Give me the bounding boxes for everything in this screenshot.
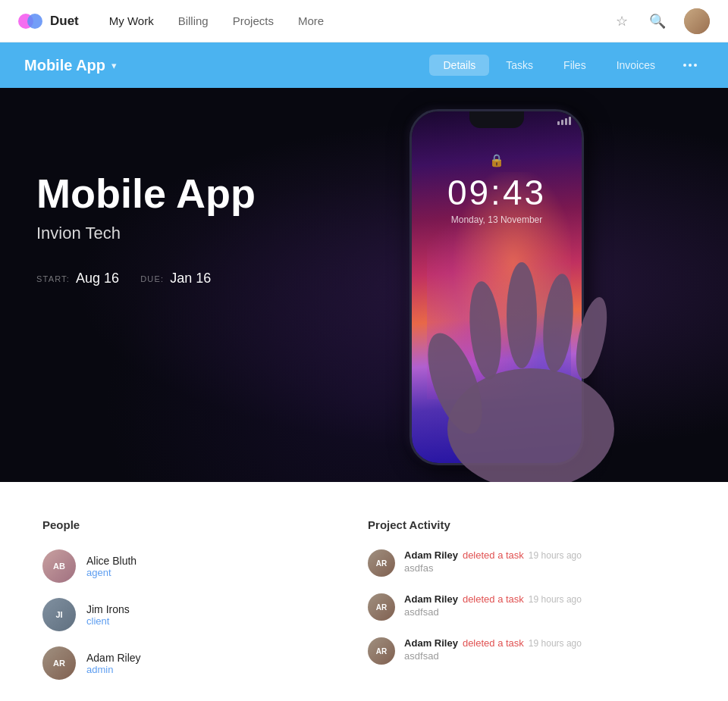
svg-point-5: [570, 295, 613, 382]
phone-time: 09:43: [447, 172, 546, 213]
project-tabs: Details Tasks Files Invoices: [429, 55, 704, 76]
user-avatar[interactable]: [684, 8, 710, 34]
nav-link-more[interactable]: More: [298, 14, 324, 27]
hand-illustration: [410, 217, 652, 482]
activity-list: AR Adam Riley deleted a task 19 hours ag…: [368, 549, 686, 665]
person-role: admin: [86, 664, 141, 675]
hero-content: Mobile App Invion Tech START: Aug 16 DUE…: [36, 171, 256, 286]
start-date-group: START: Aug 16: [36, 271, 119, 286]
activity-avatar-3: AR: [368, 637, 395, 665]
activity-desc: asdfsad: [404, 650, 582, 662]
nav-link-mywork[interactable]: My Work: [109, 14, 154, 27]
people-section-title: People: [42, 518, 307, 531]
nav-link-projects[interactable]: Projects: [233, 14, 274, 27]
activity-body-2: Adam Riley deleted a task 19 hours ago a…: [404, 593, 582, 618]
more-options-button[interactable]: [676, 55, 704, 76]
person-role: agent: [86, 567, 136, 578]
svg-point-4: [539, 273, 576, 374]
phone-lock-icon: 🔒: [489, 153, 504, 167]
person-name: Adam Riley: [86, 652, 141, 664]
hero-client-name: Invion Tech: [36, 224, 256, 243]
activity-section: Project Activity AR Adam Riley deleted a…: [368, 518, 686, 680]
tab-details[interactable]: Details: [429, 55, 489, 76]
nav-link-billing[interactable]: Billing: [178, 14, 209, 27]
person-avatar-alice: AB: [42, 549, 76, 583]
activity-item: AR Adam Riley deleted a task 19 hours ag…: [368, 637, 686, 665]
due-date-group: DUE: Jan 16: [140, 271, 211, 286]
activity-user-name: Adam Riley: [404, 593, 458, 605]
people-section: People AB Alice Bluth agent JI Jim Irons…: [42, 518, 307, 680]
svg-point-3: [507, 262, 537, 368]
person-avatar-adam: AR: [42, 646, 76, 680]
activity-section-title: Project Activity: [368, 518, 686, 531]
activity-time: 19 hours ago: [529, 638, 582, 649]
activity-action: deleted a task: [463, 593, 524, 605]
search-button[interactable]: 🔍: [646, 10, 669, 33]
activity-body-3: Adam Riley deleted a task 19 hours ago a…: [404, 637, 582, 662]
nav-links: My Work Billing Projects More: [109, 14, 613, 27]
activity-action: deleted a task: [463, 637, 524, 649]
person-item: AB Alice Bluth agent: [42, 549, 307, 583]
person-info-jim: Jim Irons client: [86, 603, 130, 627]
project-title: Mobile App: [24, 57, 105, 74]
person-avatar-jim: JI: [42, 598, 76, 631]
person-role: client: [86, 615, 130, 627]
logo-icon: [18, 13, 44, 30]
tab-tasks[interactable]: Tasks: [492, 55, 547, 76]
start-label: START:: [36, 274, 70, 283]
svg-point-2: [466, 280, 504, 381]
project-header-bar: Mobile App ▾ Details Tasks Files Invoice…: [0, 42, 728, 88]
phone-notch: [469, 111, 524, 128]
due-value: Jan 16: [170, 271, 211, 286]
start-value: Aug 16: [76, 271, 119, 286]
person-name: Alice Bluth: [86, 555, 136, 567]
phone-status-bar: [557, 117, 571, 125]
tab-files[interactable]: Files: [550, 55, 600, 76]
activity-desc: asdfas: [404, 562, 582, 574]
person-item: JI Jim Irons client: [42, 598, 307, 631]
hero-project-name: Mobile App: [36, 171, 256, 216]
logo-text: Duet: [50, 14, 79, 29]
person-info-alice: Alice Bluth agent: [86, 555, 136, 578]
nav-actions: ☆ 🔍: [613, 8, 710, 34]
project-title-wrap: Mobile App ▾: [24, 57, 429, 74]
activity-item: AR Adam Riley deleted a task 19 hours ag…: [368, 593, 686, 621]
activity-time: 19 hours ago: [529, 594, 582, 605]
hero-dates: START: Aug 16 DUE: Jan 16: [36, 271, 256, 286]
activity-item: AR Adam Riley deleted a task 19 hours ag…: [368, 549, 686, 577]
activity-desc: asdfsad: [404, 606, 582, 618]
due-label: DUE:: [140, 274, 164, 283]
activity-user-name: Adam Riley: [404, 637, 458, 649]
hero-section: Mobile App Invion Tech START: Aug 16 DUE…: [0, 88, 728, 482]
person-item: AR Adam Riley admin: [42, 646, 307, 680]
person-info-adam: Adam Riley admin: [86, 652, 141, 675]
nav-logo[interactable]: Duet: [18, 13, 79, 30]
star-button[interactable]: ☆: [613, 10, 631, 33]
main-nav: Duet My Work Billing Projects More ☆ 🔍: [0, 0, 728, 42]
activity-avatar-2: AR: [368, 593, 395, 621]
lower-section: People AB Alice Bluth agent JI Jim Irons…: [0, 482, 728, 701]
activity-user-name: Adam Riley: [404, 549, 458, 561]
chevron-down-icon[interactable]: ▾: [111, 60, 117, 71]
activity-action: deleted a task: [463, 549, 524, 561]
activity-avatar-1: AR: [368, 549, 395, 577]
activity-body-1: Adam Riley deleted a task 19 hours ago a…: [404, 549, 582, 574]
person-list: AB Alice Bluth agent JI Jim Irons client: [42, 549, 307, 680]
tab-invoices[interactable]: Invoices: [603, 55, 669, 76]
person-name: Jim Irons: [86, 603, 130, 615]
activity-time: 19 hours ago: [529, 550, 582, 561]
